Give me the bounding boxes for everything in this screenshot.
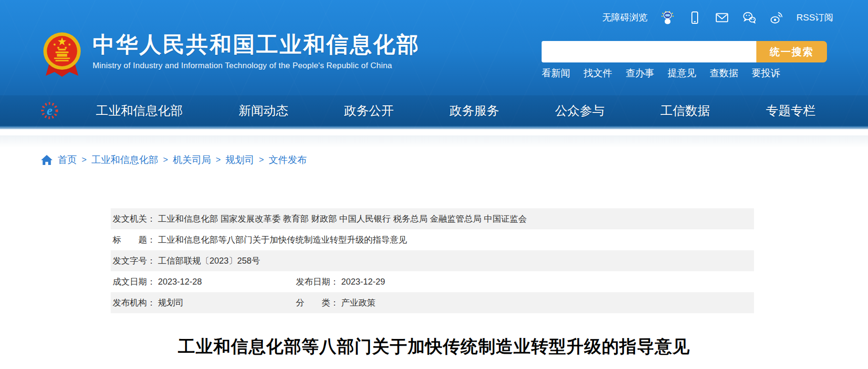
meta-label: 成文日期： — [113, 271, 158, 292]
brand: 中华人民共和国工业和信息化部 Ministry of Industry and … — [41, 29, 420, 78]
mail-icon[interactable] — [715, 10, 729, 25]
wechat-icon[interactable] — [742, 10, 756, 25]
main-nav: e 工业和信息化部 新闻动态 政务公开 政务服务 公众参与 工信数据 专题专栏 — [0, 95, 868, 126]
meta-col2: 分 类：产业政策 — [296, 292, 376, 313]
weibo-icon[interactable] — [769, 10, 784, 25]
quick-link-data[interactable]: 查数据 — [710, 67, 738, 80]
breadcrumb-separator: > — [216, 155, 221, 165]
nav-item-gov-services[interactable]: 政务服务 — [450, 102, 499, 119]
meta-value: 产业政策 — [341, 298, 376, 308]
quick-link-services[interactable]: 查办事 — [626, 67, 654, 80]
quick-link-feedback[interactable]: 提意见 — [668, 67, 696, 80]
meta-row-issuing-agency: 发文机关：工业和信息化部 国家发展改革委 教育部 财政部 中国人民银行 税务总局… — [111, 208, 754, 229]
utility-bar: 无障碍浏览 — [602, 10, 833, 26]
header-bottom-fade — [0, 126, 868, 129]
nav-item-gov-disclosure[interactable]: 政务公开 — [344, 102, 394, 119]
unified-search-button[interactable]: 统一搜索 — [756, 41, 827, 62]
meta-value: 2023-12-29 — [341, 277, 385, 287]
svg-text:e: e — [47, 103, 52, 118]
meta-row-title: 标 题：工业和信息化部等八部门关于加快传统制造业转型升级的指导意见 — [111, 229, 754, 250]
meta-row-publisher-category: 发布机构：规划司 分 类：产业政策 — [111, 292, 754, 313]
quick-link-documents[interactable]: 找文件 — [584, 67, 612, 80]
search-input[interactable] — [542, 41, 756, 62]
nav-items: 工业和信息化部 新闻动态 政务公开 政务服务 公众参与 工信数据 专题专栏 — [96, 95, 816, 126]
site-header: 无障碍浏览 — [0, 0, 868, 129]
home-icon[interactable] — [41, 154, 53, 166]
accessibility-link[interactable]: 无障碍浏览 — [602, 11, 648, 24]
site-subtitle-en: Ministry of Industry and Information Tec… — [93, 61, 420, 71]
mobile-icon[interactable] — [688, 10, 702, 25]
header-divider — [0, 135, 868, 148]
breadcrumb-planning-dept[interactable]: 规划司 — [226, 154, 254, 166]
brand-text: 中华人民共和国工业和信息化部 Ministry of Industry and … — [93, 29, 420, 71]
breadcrumb-separator: > — [163, 155, 168, 165]
national-emblem-icon — [41, 29, 83, 78]
nav-item-industry-data[interactable]: 工信数据 — [660, 102, 710, 119]
nav-item-special-topics[interactable]: 专题专栏 — [766, 102, 816, 119]
miit-webpage: 无障碍浏览 — [0, 0, 868, 369]
meta-value: 工业和信息化部等八部门关于加快传统制造业转型升级的指导意见 — [158, 235, 407, 245]
rss-link[interactable]: RSS订阅 — [796, 11, 833, 24]
meta-label: 发文机关： — [113, 208, 158, 229]
meta-label: 发文字号： — [113, 250, 158, 271]
robot-assistant-icon[interactable] — [660, 10, 675, 25]
meta-row-dates: 成文日期：2023-12-28 发布日期：2023-12-29 — [111, 271, 754, 292]
nav-item-miit[interactable]: 工业和信息化部 — [96, 102, 183, 119]
quick-link-complaint[interactable]: 要投诉 — [752, 67, 780, 80]
nav-item-news[interactable]: 新闻动态 — [239, 102, 288, 119]
meta-value: 2023-12-28 — [158, 277, 202, 287]
meta-label: 分 类： — [296, 292, 341, 313]
meta-value: 工信部联规〔2023〕258号 — [158, 256, 260, 266]
breadcrumb: 首页 > 工业和信息化部 > 机关司局 > 规划司 > 文件发布 — [41, 154, 307, 166]
meta-value: 工业和信息化部 国家发展改革委 教育部 财政部 中国人民银行 税务总局 金融监管… — [158, 214, 527, 224]
breadcrumb-separator: > — [82, 155, 87, 165]
miit-logo-icon: e — [40, 101, 59, 120]
breadcrumb-miit[interactable]: 工业和信息化部 — [92, 154, 158, 166]
breadcrumb-document-release[interactable]: 文件发布 — [269, 154, 307, 166]
meta-label: 发布日期： — [296, 271, 341, 292]
meta-value: 规划司 — [158, 298, 184, 308]
breadcrumb-home[interactable]: 首页 — [58, 154, 77, 166]
site-title: 中华人民共和国工业和信息化部 — [93, 32, 420, 57]
meta-label: 标 题： — [113, 229, 158, 250]
meta-col2: 发布日期：2023-12-29 — [296, 271, 385, 292]
meta-label: 发布机构： — [113, 292, 158, 313]
quick-link-news[interactable]: 看新闻 — [542, 67, 570, 80]
breadcrumb-separator: > — [259, 155, 264, 165]
article-title: 工业和信息化部等八部门关于加快传统制造业转型升级的指导意见 — [0, 335, 868, 359]
search-bar: 统一搜索 — [542, 41, 827, 62]
quick-links: 看新闻 找文件 查办事 提意见 查数据 要投诉 — [542, 67, 780, 80]
document-meta-table: 发文机关：工业和信息化部 国家发展改革委 教育部 财政部 中国人民银行 税务总局… — [111, 208, 754, 313]
meta-row-document-number: 发文字号：工信部联规〔2023〕258号 — [111, 250, 754, 271]
nav-item-public-participation[interactable]: 公众参与 — [555, 102, 605, 119]
breadcrumb-departments[interactable]: 机关司局 — [173, 154, 211, 166]
